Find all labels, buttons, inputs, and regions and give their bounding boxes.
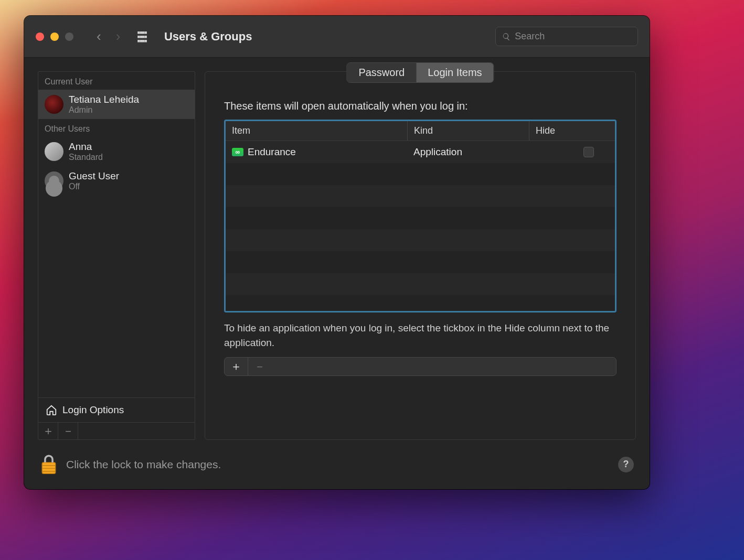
app-icon: ∞ bbox=[232, 148, 243, 156]
sidebar-user-other[interactable]: Anna Standard bbox=[38, 137, 195, 166]
item-kind: Application bbox=[407, 146, 529, 158]
table-row[interactable]: ∞ Endurance Application bbox=[226, 141, 615, 163]
table-row-empty bbox=[226, 163, 615, 185]
avatar bbox=[45, 142, 63, 161]
hint-text: To hide an application when you log in, … bbox=[224, 321, 617, 350]
user-name: Tetiana Leheida bbox=[69, 94, 139, 105]
current-user-section-label: Current User bbox=[38, 72, 195, 90]
home-icon bbox=[46, 404, 57, 416]
back-button[interactable]: ‹ bbox=[97, 28, 101, 45]
tab-password[interactable]: Password bbox=[347, 63, 416, 82]
table-row-empty bbox=[226, 251, 615, 273]
item-name: Endurance bbox=[248, 146, 296, 158]
tabs: Password Login Items bbox=[346, 62, 494, 83]
table-row-empty bbox=[226, 229, 615, 251]
remove-login-item-button[interactable]: － bbox=[248, 358, 271, 375]
login-items-description: These items will open automatically when… bbox=[224, 100, 617, 112]
lock-hint-text: Click the lock to make changes. bbox=[66, 458, 221, 471]
search-field[interactable] bbox=[495, 27, 638, 46]
tab-login-items[interactable]: Login Items bbox=[416, 63, 493, 82]
avatar bbox=[45, 95, 63, 114]
user-role: Admin bbox=[69, 105, 139, 115]
table-row-empty bbox=[226, 185, 615, 207]
zoom-button[interactable] bbox=[65, 33, 73, 41]
add-login-item-button[interactable]: ＋ bbox=[225, 358, 248, 375]
remove-user-button[interactable]: － bbox=[58, 423, 78, 439]
sidebar-user-current[interactable]: Tetiana Leheida Admin bbox=[38, 90, 195, 119]
other-users-section-label: Other Users bbox=[38, 119, 195, 137]
close-button[interactable] bbox=[36, 33, 44, 41]
user-role: Off bbox=[69, 182, 119, 191]
footer: Click the lock to make changes. ? bbox=[24, 454, 650, 490]
traffic-lights bbox=[36, 33, 73, 41]
minimize-button[interactable] bbox=[50, 33, 59, 41]
login-items-table: Item Kind Hide ∞ Endurance Application bbox=[224, 120, 617, 313]
avatar bbox=[45, 171, 63, 190]
login-options-button[interactable]: Login Options bbox=[38, 397, 195, 422]
column-header-kind[interactable]: Kind bbox=[407, 121, 529, 141]
search-icon bbox=[502, 32, 511, 41]
table-row-empty bbox=[226, 273, 615, 295]
users-sidebar: Current User Tetiana Leheida Admin Other… bbox=[38, 71, 195, 440]
table-row-empty bbox=[226, 207, 615, 229]
window-title: Users & Groups bbox=[164, 30, 252, 44]
forward-button: › bbox=[116, 28, 121, 45]
user-name: Guest User bbox=[69, 170, 119, 182]
sidebar-user-guest[interactable]: Guest User Off bbox=[38, 166, 195, 196]
add-user-button[interactable]: ＋ bbox=[38, 423, 58, 439]
hide-checkbox[interactable] bbox=[583, 147, 594, 157]
titlebar: ‹ › ▪▪▪▪▪▪▪▪▪▪▪▪ Users & Groups bbox=[24, 16, 650, 58]
table-row-empty bbox=[226, 295, 615, 313]
user-role: Standard bbox=[69, 153, 103, 162]
column-header-hide[interactable]: Hide bbox=[529, 121, 561, 141]
login-options-label: Login Options bbox=[62, 404, 124, 416]
add-remove-items: ＋ － bbox=[224, 357, 617, 376]
main-panel: Password Login Items These items will op… bbox=[205, 71, 636, 440]
help-button[interactable]: ? bbox=[618, 457, 634, 472]
user-name: Anna bbox=[69, 141, 103, 153]
preferences-window: ‹ › ▪▪▪▪▪▪▪▪▪▪▪▪ Users & Groups Current … bbox=[24, 16, 650, 489]
show-all-icon[interactable]: ▪▪▪▪▪▪▪▪▪▪▪▪ bbox=[137, 30, 146, 43]
lock-icon[interactable] bbox=[40, 454, 58, 476]
search-input[interactable] bbox=[515, 31, 631, 42]
column-header-item[interactable]: Item bbox=[226, 121, 407, 141]
